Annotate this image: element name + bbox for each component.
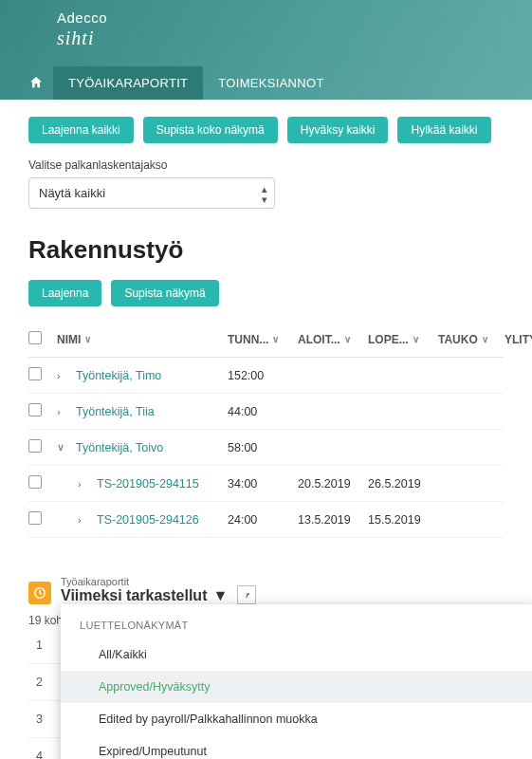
employee-link[interactable]: Työntekijä, Timo (76, 369, 161, 382)
row-checkbox[interactable] (28, 367, 42, 380)
cell-start: 20.5.2019 (298, 477, 368, 491)
row-checkbox[interactable] (28, 439, 42, 453)
col-tauko[interactable]: TAUKO∨ (438, 333, 504, 346)
content-area: Laajenna kaikki Supista koko näkymä Hyvä… (0, 100, 532, 759)
brand-block: Adecco sihti (57, 9, 107, 49)
chevron-right-icon[interactable]: › (57, 370, 68, 381)
cell-hours: 44:00 (228, 405, 298, 418)
caret-down-icon: ▼ (212, 587, 228, 604)
col-aloit[interactable]: ALOIT...∨ (298, 333, 368, 346)
dropdown-item[interactable]: Edited by payroll/Palkkahallinnon muokka (61, 703, 532, 735)
chevron-right-icon[interactable]: › (78, 514, 89, 526)
timesheet-link[interactable]: TS-201905-294126 (97, 513, 199, 527)
chevron-right-icon[interactable]: › (78, 478, 89, 490)
list-view-dropdown-trigger[interactable]: Viimeksi tarkastellut ▼ (61, 587, 228, 604)
expand-all-button[interactable]: Laajenna kaikki (28, 117, 134, 143)
cell-hours: 58:00 (228, 441, 298, 454)
col-lope[interactable]: LOPE...∨ (368, 333, 438, 346)
clock-icon (28, 582, 51, 604)
cell-hours: 152:00 (228, 369, 298, 382)
reject-all-button[interactable]: Hylkää kaikki (397, 117, 490, 143)
global-actions-row: Laajenna kaikki Supista koko näkymä Hyvä… (28, 117, 504, 143)
home-icon (28, 75, 44, 90)
employee-link[interactable]: Työntekijä, Tiia (76, 405, 155, 418)
col-lope-label: LOPE... (368, 333, 409, 346)
sort-icon: ∨ (413, 334, 419, 344)
dropdown-item[interactable]: All/Kaikki (61, 639, 532, 671)
dropdown-item-label: Expired/Umpeutunut (99, 745, 207, 758)
sort-icon: ∨ (482, 334, 488, 344)
home-button[interactable] (19, 65, 53, 100)
top-bar: Adecco sihti TYÖAIKARAPORTIT TOIMEKSIANN… (0, 0, 532, 100)
dropdown-item[interactable]: Expired/Umpeutunut (61, 735, 532, 759)
pin-button[interactable] (237, 585, 256, 604)
expand-button[interactable]: Laajenna (28, 280, 101, 306)
row-checkbox[interactable] (28, 403, 42, 417)
collapse-button[interactable]: Supista näkymä (111, 280, 218, 306)
list-view-section: Työaikaraportit Viimeksi tarkastellut ▼ … (28, 576, 504, 759)
dropdown-item-label: Approved/Hyväksytty (99, 680, 210, 694)
cell-end: 15.5.2019 (368, 513, 438, 527)
table-header-row: NIMI∨ TUNN...∨ ALOIT...∨ LOPE...∨ TAUKO∨… (28, 322, 504, 358)
col-tunn[interactable]: TUNN...∨ (228, 333, 298, 346)
row-checkbox[interactable] (28, 511, 42, 525)
table-child-row: › TS-201905-294126 24:00 13.5.2019 15.5.… (28, 502, 504, 538)
brand-adecco: Adecco (57, 9, 107, 26)
col-tunn-label: TUNN... (228, 333, 268, 346)
dropdown-item[interactable]: Approved/Hyväksytty (61, 671, 532, 703)
col-tauko-label: TAUKO (438, 333, 478, 346)
list-view-dropdown: LUETTELONÄKYMÄT All/KaikkiApproved/Hyväk… (61, 604, 532, 759)
list-view-name: Viimeksi tarkastellut (61, 587, 207, 604)
col-ylity[interactable]: YLITY...∨ (504, 333, 532, 346)
collapse-all-button[interactable]: Supista koko näkymä (143, 117, 278, 143)
dropdown-header: LUETTELONÄKYMÄT (61, 612, 532, 639)
timesheet-table: NIMI∨ TUNN...∨ ALOIT...∨ LOPE...∨ TAUKO∨… (28, 322, 504, 538)
section-actions-row: Laajenna Supista näkymä (28, 280, 504, 306)
dropdown-item-label: All/Kaikki (99, 648, 147, 661)
timesheet-link[interactable]: TS-201905-294115 (97, 477, 199, 491)
col-nimi-label: NIMI (57, 333, 81, 346)
cell-end: 26.5.2019 (368, 477, 438, 491)
period-label: Valitse palkanlaskentajakso (28, 158, 504, 172)
sort-icon: ∨ (344, 334, 351, 344)
sort-icon: ∨ (84, 334, 91, 344)
pin-icon (242, 590, 251, 600)
col-ylity-label: YLITY... (504, 333, 532, 346)
main-nav: TYÖAIKARAPORTIT TOIMEKSIANNOT (0, 65, 358, 100)
col-nimi[interactable]: NIMI∨ (57, 333, 228, 346)
cell-hours: 34:00 (228, 477, 298, 491)
list-view-header: Työaikaraportit Viimeksi tarkastellut ▼ (28, 576, 504, 604)
period-select-wrap: Näytä kaikki ▴▾ (28, 177, 275, 209)
table-row: › Työntekijä, Tiia 44:00 (28, 394, 504, 430)
col-aloit-label: ALOIT... (298, 333, 340, 346)
tab-tyoaikaraportit[interactable]: TYÖAIKARAPORTIT (53, 66, 203, 100)
cell-hours: 24:00 (228, 513, 298, 527)
brand-sihti: sihti (57, 28, 107, 49)
dropdown-item-label: Edited by payroll/Palkkahallinnon muokka (99, 713, 318, 726)
select-all-checkbox[interactable] (28, 331, 42, 344)
select-caret-icon: ▴▾ (262, 184, 267, 205)
row-checkbox[interactable] (28, 475, 42, 489)
employee-link[interactable]: Työntekijä, Toivo (76, 441, 163, 454)
table-child-row: › TS-201905-294115 34:00 20.5.2019 26.5.… (28, 466, 504, 502)
approve-all-button[interactable]: Hyväksy kaikki (287, 117, 389, 143)
period-select[interactable]: Näytä kaikki (28, 177, 275, 209)
table-row: ∨ Työntekijä, Toivo 58:00 (28, 430, 504, 466)
sort-icon: ∨ (272, 334, 279, 344)
cell-start: 13.5.2019 (298, 513, 368, 527)
chevron-down-icon[interactable]: ∨ (57, 441, 68, 454)
tab-toimeksiannot[interactable]: TOIMEKSIANNOT (203, 66, 339, 100)
table-row: › Työntekijä, Timo 152:00 (28, 358, 504, 394)
page-title: Rakennustyö (28, 235, 504, 265)
chevron-right-icon[interactable]: › (57, 406, 68, 417)
list-section-small: Työaikaraportit (61, 576, 228, 587)
